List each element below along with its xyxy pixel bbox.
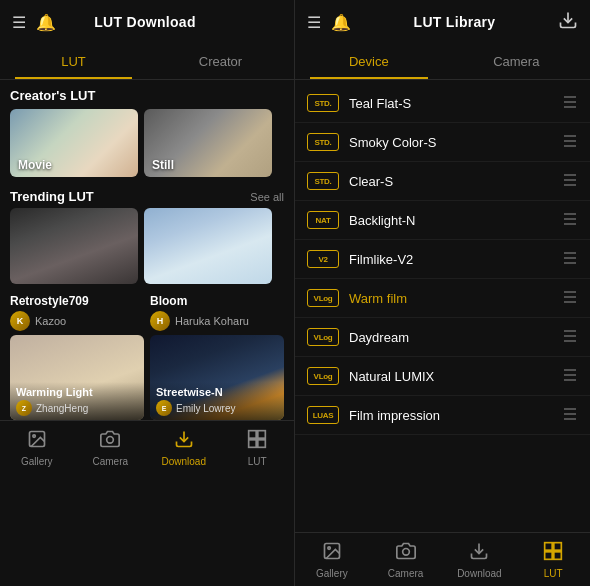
right-nav-download[interactable]: Download <box>443 541 517 579</box>
lut-item-3[interactable]: NATBacklight-N <box>295 201 590 240</box>
tab-creator[interactable]: Creator <box>147 44 294 79</box>
left-nav-gallery[interactable]: Gallery <box>0 429 74 467</box>
left-topbar: ☰ 🔔 LUT Download <box>0 0 294 44</box>
tab-camera[interactable]: Camera <box>443 44 591 79</box>
lut-badge-6: VLog <box>307 328 339 346</box>
right-camera-icon <box>396 541 416 566</box>
tab-device[interactable]: Device <box>295 44 443 79</box>
lut-item-name-7: Natural LUMIX <box>349 369 562 384</box>
retrostyle-avatar: K <box>10 311 30 331</box>
hamburger-icon-2[interactable] <box>562 173 578 190</box>
right-tabs: Device Camera <box>295 44 590 80</box>
svg-point-37 <box>328 546 331 549</box>
warming-avatar: Z <box>16 400 32 416</box>
bottom-lut-cards: Warming Light Z ZhangHeng Streetwise-N E… <box>0 331 294 420</box>
streetwise-author: E Emily Lowrey <box>156 400 278 416</box>
lut-badge-5: VLog <box>307 289 339 307</box>
lut-item-name-1: Smoky Color-S <box>349 135 562 150</box>
trending-entry-bloom-name: Bloom <box>150 294 284 308</box>
lut-item-name-4: Filmlike-V2 <box>349 252 562 267</box>
bottom-card-streetwise[interactable]: Streetwise-N E Emily Lowrey <box>150 335 284 420</box>
left-nav-camera-label: Camera <box>92 456 128 467</box>
see-all-link[interactable]: See all <box>250 191 284 203</box>
trending-entry-retrostyle-author: K Kazoo <box>10 311 144 331</box>
left-topbar-left-icons: ☰ 🔔 <box>12 13 56 32</box>
left-nav-lut[interactable]: LUT <box>221 429 295 467</box>
right-nav-camera[interactable]: Camera <box>369 541 443 579</box>
trending-card-flowers[interactable] <box>144 208 272 284</box>
hamburger-icon-4[interactable] <box>562 251 578 268</box>
svg-rect-6 <box>249 439 256 447</box>
streetwise-avatar: E <box>156 400 172 416</box>
lut-badge-7: VLog <box>307 367 339 385</box>
creator-card-still-label: Still <box>152 158 174 172</box>
trending-entries: Retrostyle709 K Kazoo Bloom H Haruka Koh… <box>0 290 294 331</box>
warming-author-name: ZhangHeng <box>36 403 88 414</box>
creator-card-movie-label: Movie <box>18 158 52 172</box>
hamburger-icon-3[interactable] <box>562 212 578 229</box>
tab-lut[interactable]: LUT <box>0 44 147 79</box>
hamburger-icon-1[interactable] <box>562 134 578 151</box>
streetwise-author-name: Emily Lowrey <box>176 403 235 414</box>
hamburger-icon-8[interactable] <box>562 407 578 424</box>
lut-badge-3: NAT <box>307 211 339 229</box>
trending-lut-title: Trending LUT <box>10 189 94 204</box>
left-nav-gallery-label: Gallery <box>21 456 53 467</box>
right-lut-icon <box>543 541 563 566</box>
lut-item-5[interactable]: VLogWarm film <box>295 279 590 318</box>
lut-item-name-6: Daydream <box>349 330 562 345</box>
trending-card-coffee[interactable] <box>10 208 138 284</box>
bottom-card-warming[interactable]: Warming Light Z ZhangHeng <box>10 335 144 420</box>
right-nav-lut[interactable]: LUT <box>516 541 590 579</box>
left-title: LUT Download <box>94 14 196 30</box>
trending-entry-retrostyle[interactable]: Retrostyle709 K Kazoo <box>10 294 144 331</box>
lut-item-7[interactable]: VLogNatural LUMIX <box>295 357 590 396</box>
creator-card-still[interactable]: Still <box>144 109 272 177</box>
trending-entry-retrostyle-name: Retrostyle709 <box>10 294 144 308</box>
lut-item-4[interactable]: V2Filmlike-V2 <box>295 240 590 279</box>
right-bell-icon[interactable]: 🔔 <box>331 13 351 32</box>
right-nav-camera-label: Camera <box>388 568 424 579</box>
svg-point-1 <box>33 434 36 437</box>
lut-item-8[interactable]: LUASFilm impression <box>295 396 590 435</box>
warming-entry: Warming Light Z ZhangHeng <box>10 382 144 420</box>
download-icon <box>174 429 194 454</box>
svg-rect-42 <box>545 551 553 559</box>
svg-rect-7 <box>258 439 266 447</box>
lut-item-0[interactable]: STD.Teal Flat-S <box>295 84 590 123</box>
right-topbar-left-icons: ☰ 🔔 <box>307 13 351 32</box>
trending-entry-bloom[interactable]: Bloom H Haruka Koharu <box>150 294 284 331</box>
lut-badge-0: STD. <box>307 94 339 112</box>
hamburger-icon-0[interactable] <box>562 95 578 112</box>
lut-item-6[interactable]: VLogDaydream <box>295 318 590 357</box>
bloom-avatar: H <box>150 311 170 331</box>
right-title: LUT Library <box>414 14 496 30</box>
hamburger-icon-6[interactable] <box>562 329 578 346</box>
left-nav-download[interactable]: Download <box>147 429 221 467</box>
left-nav-camera[interactable]: Camera <box>74 429 148 467</box>
right-nav-gallery-label: Gallery <box>316 568 348 579</box>
left-bottom-nav: Gallery Camera Download LUT <box>0 420 294 474</box>
right-topbar: ☰ 🔔 LUT Library <box>295 0 590 44</box>
right-download-icon[interactable] <box>558 10 578 35</box>
right-nav-gallery[interactable]: Gallery <box>295 541 369 579</box>
hamburger-icon-7[interactable] <box>562 368 578 385</box>
left-nav-lut-label: LUT <box>248 456 267 467</box>
left-menu-icon[interactable]: ☰ <box>12 13 26 32</box>
lut-badge-2: STD. <box>307 172 339 190</box>
lut-item-name-5: Warm film <box>349 291 562 306</box>
streetwise-entry-name: Streetwise-N <box>156 386 278 398</box>
lut-item-1[interactable]: STD.Smoky Color-S <box>295 123 590 162</box>
creator-card-movie[interactable]: Movie <box>10 109 138 177</box>
lut-item-2[interactable]: STD.Clear-S <box>295 162 590 201</box>
lut-item-name-0: Teal Flat-S <box>349 96 562 111</box>
right-nav-lut-label: LUT <box>544 568 563 579</box>
hamburger-icon-5[interactable] <box>562 290 578 307</box>
right-menu-icon[interactable]: ☰ <box>307 13 321 32</box>
gallery-icon <box>27 429 47 454</box>
svg-point-2 <box>107 436 114 443</box>
trending-entry-bloom-author: H Haruka Koharu <box>150 311 284 331</box>
left-bell-icon[interactable]: 🔔 <box>36 13 56 32</box>
lut-item-name-2: Clear-S <box>349 174 562 189</box>
svg-rect-4 <box>249 430 256 438</box>
